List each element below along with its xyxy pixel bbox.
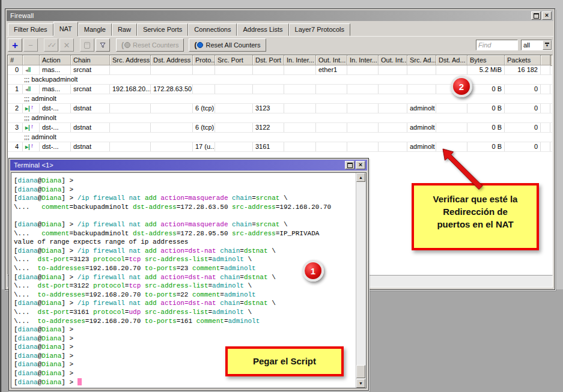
cell-packets: 0 bbox=[505, 123, 541, 132]
column-header[interactable]: Src. Ad... bbox=[407, 55, 436, 65]
cell-dst_address_list bbox=[436, 142, 467, 151]
cell-dst_address_list bbox=[436, 104, 467, 113]
column-header[interactable]: Bytes bbox=[467, 55, 505, 65]
find-input[interactable] bbox=[476, 40, 518, 50]
column-header[interactable]: Action bbox=[40, 55, 71, 65]
tab-layer7-protocols[interactable]: Layer7 Protocols bbox=[289, 23, 351, 36]
cell-action: mas... bbox=[40, 65, 71, 74]
cell-chain: srcnat bbox=[71, 85, 110, 94]
firewall-toolbar: +−✓✓✕ ( Reset Counters ( Reset All Count… bbox=[8, 37, 552, 53]
comment-row[interactable]: ;;; adminolt bbox=[8, 113, 552, 123]
annotation-badge-2: 2 bbox=[451, 76, 472, 97]
cell-dst_address_list bbox=[436, 65, 467, 74]
cell-chain: dstnat bbox=[71, 142, 110, 151]
close-icon[interactable]: × bbox=[356, 161, 365, 169]
rule-comment: ;;; adminolt bbox=[8, 94, 56, 103]
terminal-line: \... dst-port=3122 protocol=tcp src-addr… bbox=[14, 282, 356, 291]
cell-src_address bbox=[110, 142, 151, 151]
filter-button[interactable] bbox=[96, 38, 110, 52]
comment-row[interactable]: ;;; adminolt bbox=[8, 94, 552, 104]
column-header[interactable]: In. Inter... bbox=[284, 55, 316, 65]
cell-out_interface2 bbox=[379, 65, 407, 74]
column-header[interactable]: Proto... bbox=[193, 55, 215, 65]
reset-counters-button[interactable]: ( Reset Counters bbox=[116, 38, 184, 52]
column-header[interactable]: Packets bbox=[505, 55, 541, 65]
cell-src_port bbox=[215, 104, 253, 113]
cell-protocol: 6 (tcp) bbox=[193, 104, 215, 113]
nat-rule-row[interactable]: 4▸|↾dst-...dstnat17 (u...3161adminolt0 B… bbox=[8, 142, 552, 152]
terminal-scrollbar[interactable]: ▲ ▼ bbox=[356, 173, 366, 388]
tab-service-ports[interactable]: Service Ports bbox=[137, 23, 188, 36]
tab-nat[interactable]: NAT bbox=[53, 22, 78, 36]
firewall-window-title: Firewall bbox=[10, 12, 530, 19]
column-header[interactable] bbox=[23, 55, 40, 65]
cell-src_port bbox=[215, 123, 253, 132]
tab-raw[interactable]: Raw bbox=[112, 23, 137, 36]
remove-button[interactable]: − bbox=[23, 38, 38, 52]
comment-row[interactable]: ;;; adminolt bbox=[8, 133, 552, 142]
maximize-icon[interactable] bbox=[345, 161, 355, 169]
column-header[interactable]: Out. Int... bbox=[379, 55, 407, 65]
terminal-line: [diana@Diana] > bbox=[14, 176, 356, 185]
terminal-line: value of range expects range of ip addre… bbox=[14, 238, 356, 247]
terminal-titlebar[interactable]: Terminal <1> × bbox=[10, 160, 367, 170]
enable-button[interactable]: ✓✓ bbox=[44, 38, 58, 52]
cell-num: 3 bbox=[8, 123, 23, 132]
cell-out_interface bbox=[316, 104, 347, 113]
cell-src_address_list: adminolt bbox=[407, 123, 436, 132]
cell-protocol: 6 (tcp) bbox=[193, 123, 215, 132]
tab-filter-rules[interactable]: Filter Rules bbox=[8, 23, 53, 36]
scrollbar-thumb[interactable] bbox=[356, 365, 365, 378]
dst-nat-icon: ▸|↾ bbox=[23, 142, 40, 151]
firewall-titlebar[interactable]: Firewall × bbox=[7, 10, 553, 21]
cell-in_interface bbox=[284, 85, 316, 94]
cell-out_interface2 bbox=[379, 104, 407, 113]
column-header[interactable]: Dst. Ad... bbox=[436, 55, 467, 65]
dropdown-arrow-icon[interactable]: ▼ bbox=[543, 40, 552, 50]
annotation-badge-1: 1 bbox=[302, 260, 324, 282]
cell-src_address_list: adminolt bbox=[407, 104, 436, 113]
filter-scope-dropdown[interactable]: all ▼ bbox=[521, 40, 552, 50]
column-header[interactable]: Src. Port bbox=[215, 55, 253, 65]
maximize-icon[interactable] bbox=[531, 11, 541, 20]
cell-extra bbox=[541, 85, 550, 94]
cell-action: mas... bbox=[40, 85, 71, 94]
column-header[interactable]: Dst. Port bbox=[253, 55, 284, 65]
double-check-icon: ✓✓ bbox=[47, 41, 55, 49]
nat-table-body: 0◂‖mas...srcnatether15.2 MiB16 182;;; ba… bbox=[8, 65, 552, 152]
cell-dst_address_list bbox=[436, 123, 467, 132]
cell-src_address bbox=[110, 65, 151, 74]
reset-all-counters-button[interactable]: ( Reset All Counters bbox=[189, 38, 266, 52]
cell-extra bbox=[541, 142, 550, 151]
cell-extra bbox=[541, 65, 550, 74]
nat-rule-row[interactable]: 3▸|↾dst-...dstnat6 (tcp)3122adminolt0 B0 bbox=[8, 123, 552, 133]
scroll-up-icon[interactable]: ▲ bbox=[356, 173, 365, 182]
cell-in_interface bbox=[284, 104, 316, 113]
disable-button[interactable]: ✕ bbox=[59, 38, 74, 52]
tab-address-lists[interactable]: Address Lists bbox=[237, 23, 288, 36]
cell-dst_port bbox=[253, 85, 284, 94]
cell-dst_port: 3161 bbox=[253, 142, 284, 151]
column-header[interactable]: Src. Address bbox=[110, 55, 151, 65]
column-header[interactable]: Out. Int... bbox=[316, 55, 347, 65]
cell-dst_address bbox=[151, 104, 193, 113]
close-icon[interactable]: × bbox=[542, 11, 552, 20]
tab-connections[interactable]: Connections bbox=[188, 23, 237, 36]
terminal-line: \... to-addresses=192.168.20.70 to-ports… bbox=[14, 317, 356, 326]
column-header[interactable]: In. Inter... bbox=[347, 55, 379, 65]
scroll-down-icon[interactable]: ▼ bbox=[356, 379, 365, 388]
comment-button[interactable] bbox=[80, 38, 94, 52]
nat-rule-row[interactable]: 0◂‖mas...srcnatether15.2 MiB16 182 bbox=[8, 65, 552, 75]
column-select-arrow-icon[interactable]: ▼ bbox=[550, 55, 553, 66]
column-header[interactable] bbox=[541, 55, 550, 65]
column-header[interactable]: # bbox=[8, 55, 23, 65]
cell-in_interface2 bbox=[347, 104, 379, 113]
column-header[interactable]: Chain bbox=[71, 55, 110, 65]
column-header[interactable]: Dst. Address bbox=[151, 55, 193, 65]
nat-rule-row[interactable]: 2▸|↾dst-...dstnat6 (tcp)3123adminolt0 B0 bbox=[8, 104, 552, 113]
tab-mangle[interactable]: Mangle bbox=[78, 23, 112, 36]
add-button[interactable]: + bbox=[8, 38, 22, 52]
cell-protocol bbox=[193, 65, 215, 74]
cell-num: 0 bbox=[8, 65, 23, 74]
cell-src_port bbox=[215, 142, 253, 151]
